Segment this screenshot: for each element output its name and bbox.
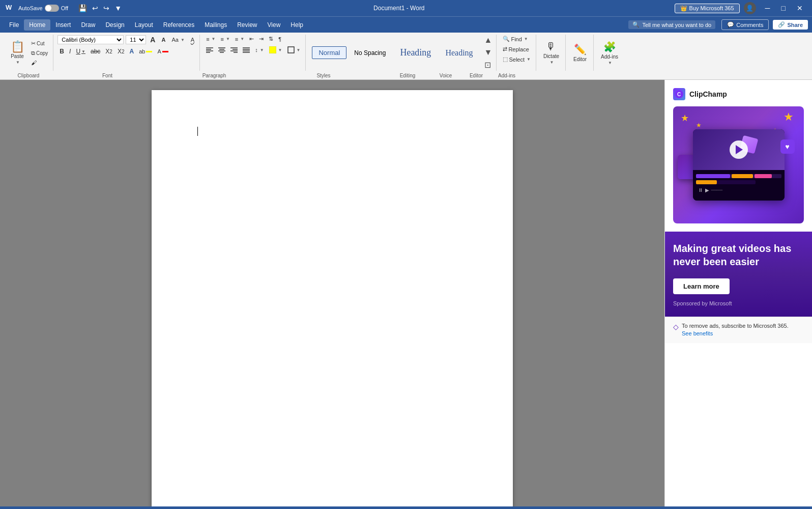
ribbon-group-font: Calibri (Body) 11 A A Aa▼ A B I U▼ abc X… — [54, 35, 200, 71]
save-button[interactable]: 💾 — [76, 3, 89, 13]
minimize-button[interactable]: ─ — [760, 3, 775, 13]
show-formatting-button[interactable]: ¶ — [276, 35, 283, 43]
title-bar-right: 👑 Buy Microsoft 365 👤 ─ □ ✕ — [675, 2, 808, 14]
ad-heading: Making great videos has never been easie… — [673, 242, 804, 268]
style-no-spacing[interactable]: No Spacing — [347, 47, 392, 59]
document-page[interactable] — [152, 90, 513, 506]
timeline-controls: ⏸ ▶ ──── — [696, 186, 781, 194]
redo-button[interactable]: ↪ — [101, 3, 111, 13]
search-placeholder: Tell me what you want to do — [642, 22, 711, 28]
svg-rect-19 — [288, 47, 294, 53]
cut-button[interactable]: ✂ Cut — [29, 39, 50, 48]
menu-item-layout[interactable]: Layout — [130, 19, 158, 31]
multilevel-list-button[interactable]: ≡▼ — [233, 35, 246, 43]
replace-button[interactable]: ⇄ Replace — [501, 45, 531, 53]
word-logo-icon: W — [4, 2, 14, 15]
menu-item-home[interactable]: Home — [24, 19, 50, 31]
bold-button[interactable]: B — [57, 47, 66, 56]
grow-font-button[interactable]: A — [148, 35, 157, 45]
editor-button[interactable]: ✏️ Editor — [570, 42, 590, 64]
side-panel: C ClipChamp ★ ★ ★ ★ — [664, 80, 812, 506]
comments-button[interactable]: 💬 Comments — [721, 19, 769, 30]
justify-button[interactable] — [241, 45, 252, 54]
style-normal[interactable]: Normal — [312, 46, 346, 59]
document-title: Document1 - Word — [373, 5, 424, 12]
clipchamp-header: C ClipChamp — [673, 88, 804, 100]
superscript-button[interactable]: X2 — [115, 47, 127, 56]
style-heading1[interactable]: Heading — [393, 45, 438, 61]
learn-more-button[interactable]: Learn more — [673, 278, 730, 294]
borders-button[interactable]: ▼ — [285, 45, 303, 54]
ribbon: 📋 Paste ▼ ✂ Cut ⧉ Copy 🖌 — [0, 33, 812, 80]
addins-button[interactable]: 🧩 Add-ins ▼ — [598, 39, 621, 67]
addins-label: Add-ins — [491, 73, 522, 78]
ribbon-group-clipboard: 📋 Paste ▼ ✂ Cut ⧉ Copy 🖌 — [4, 35, 53, 71]
menu-item-review[interactable]: Review — [232, 19, 262, 31]
text-effects-button[interactable]: A — [127, 47, 136, 56]
increase-indent-button[interactable]: ⇥ — [257, 35, 266, 43]
menu-item-insert[interactable]: Insert — [50, 19, 76, 31]
font-family-select[interactable]: Calibri (Body) — [57, 35, 124, 44]
sort-button[interactable]: ⇅ — [267, 35, 275, 43]
autosave-switch[interactable] — [45, 5, 59, 12]
sponsored-text: Sponsored by Microsoft — [673, 300, 804, 306]
menu-item-help[interactable]: Help — [285, 19, 308, 31]
numbering-button[interactable]: ≡▼ — [219, 35, 232, 43]
menu-item-references[interactable]: References — [158, 19, 199, 31]
subscript-button[interactable]: X2 — [103, 47, 114, 56]
menu-item-file[interactable]: File — [4, 19, 24, 31]
find-button[interactable]: 🔍 Find ▼ — [501, 35, 530, 43]
find-icon: 🔍 — [503, 36, 510, 42]
font-color-button[interactable]: A — [155, 47, 170, 55]
bullets-button[interactable]: ≡▼ — [204, 35, 217, 43]
profile-avatar[interactable]: 👤 — [744, 2, 756, 14]
font-size-select[interactable]: 11 — [126, 35, 146, 44]
format-painter-button[interactable]: 🖌 — [29, 59, 50, 67]
select-button[interactable]: ⬚ Select ▼ — [501, 55, 533, 64]
strikethrough-button[interactable]: abc — [89, 47, 102, 56]
video-timeline: ⏸ ▶ ──── — [693, 170, 785, 201]
styles-gallery-down[interactable]: ▼ — [483, 47, 494, 58]
align-left-button[interactable] — [204, 45, 215, 54]
text-highlight-button[interactable]: ab — [137, 47, 154, 55]
customize-qat-button[interactable]: ▼ — [112, 3, 124, 13]
align-center-button[interactable] — [216, 45, 227, 54]
editor-icon: ✏️ — [574, 43, 587, 55]
buy-microsoft365-button[interactable]: 👑 Buy Microsoft 365 — [675, 4, 740, 13]
style-heading2[interactable]: Heading — [439, 46, 479, 60]
shrink-font-button[interactable]: A — [159, 36, 167, 44]
italic-button[interactable]: I — [67, 47, 73, 56]
shading-button[interactable]: ▼ — [267, 45, 284, 54]
menu-item-design[interactable]: Design — [100, 19, 129, 31]
search-bar[interactable]: 🔍 Tell me what you want to do — [628, 20, 715, 29]
autosave-label: AutoSave — [18, 5, 43, 11]
see-benefits-link[interactable]: See benefits — [682, 330, 713, 336]
align-right-button[interactable] — [228, 45, 240, 54]
close-button[interactable]: ✕ — [792, 3, 808, 13]
document-scroll[interactable] — [0, 80, 664, 506]
maximize-button[interactable]: □ — [776, 3, 791, 13]
quick-access-toolbar: 💾 ↩ ↪ ▼ — [76, 3, 124, 13]
dictate-button[interactable]: 🎙 Dictate ▼ — [540, 39, 562, 66]
styles-gallery-up[interactable]: ▲ — [483, 35, 494, 46]
change-case-button[interactable]: Aa▼ — [169, 36, 186, 44]
undo-button[interactable]: ↩ — [90, 3, 100, 13]
share-button[interactable]: 🔗 Share — [773, 20, 808, 30]
clipchamp-ad-bottom: Making great videos has never been easie… — [665, 232, 812, 317]
clipchamp-ad-image: ★ ★ ★ ★ — [673, 106, 804, 223]
menu-item-draw[interactable]: Draw — [76, 19, 100, 31]
paste-button[interactable]: 📋 Paste ▼ — [7, 40, 27, 66]
autosave-state: Off — [61, 5, 68, 11]
line-spacing-button[interactable]: ↕▼ — [253, 46, 266, 54]
autosave-toggle[interactable]: AutoSave Off — [18, 5, 68, 12]
play-triangle — [736, 145, 743, 154]
styles-gallery-expand[interactable]: ⊡ — [483, 59, 494, 71]
clear-formatting-button[interactable]: A — [189, 36, 196, 44]
window-controls: ─ □ ✕ — [760, 3, 808, 13]
menu-item-view[interactable]: View — [263, 19, 286, 31]
copy-button[interactable]: ⧉ Copy — [29, 49, 50, 58]
decrease-indent-button[interactable]: ⇤ — [247, 35, 256, 43]
floating-heart-icon: ♥ — [780, 139, 795, 154]
menu-item-mailings[interactable]: Mailings — [199, 19, 232, 31]
underline-button[interactable]: U▼ — [74, 47, 88, 56]
